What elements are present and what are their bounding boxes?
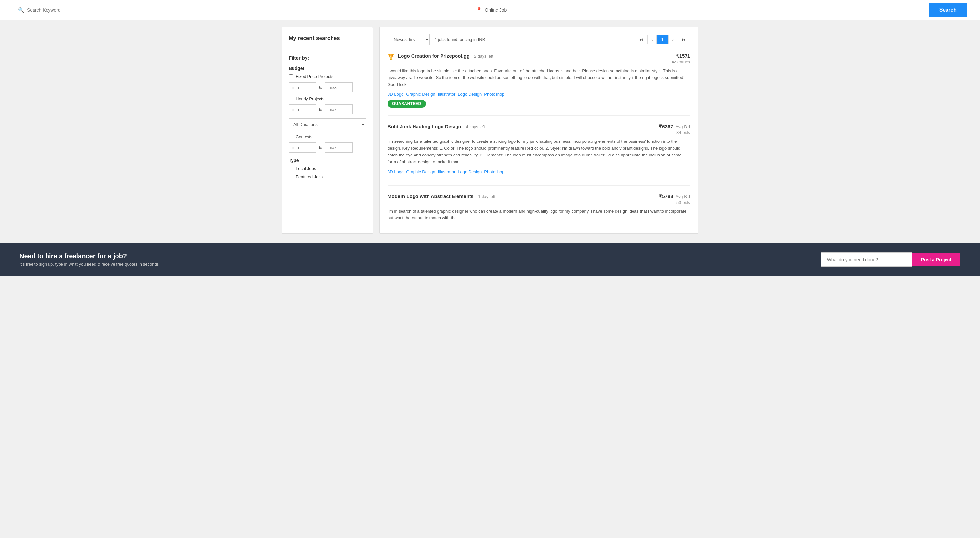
fixed-price-checkbox[interactable]	[289, 75, 293, 79]
pagination-first[interactable]: ⏮	[635, 35, 647, 44]
job-price-label: Avg Bid	[675, 124, 690, 129]
footer-banner: Need to hire a freelancer for a job? It'…	[0, 243, 980, 276]
job-title-area: Bold Junk Hauling Logo Design 4 days lef…	[388, 124, 644, 129]
job-tag[interactable]: Illustrator	[438, 170, 455, 175]
results-count: 4 jobs found, pricing in INR	[434, 37, 630, 42]
job-title-area: Logo Creation for Prizepool.gg 2 days le…	[398, 53, 644, 59]
featured-jobs-checkbox[interactable]	[289, 175, 293, 179]
hourly-range: to	[289, 105, 366, 114]
job-divider	[388, 116, 690, 116]
local-jobs-row: Local Jobs	[289, 166, 366, 171]
sort-bar: Newest first 4 jobs found, pricing in IN…	[388, 34, 690, 45]
fixed-price-max-input[interactable]	[325, 82, 353, 92]
job-bids: 42 entries	[644, 60, 690, 64]
search-location-container: 📍	[471, 3, 929, 17]
search-bar: 🔍 📍 Search	[0, 0, 980, 21]
main-container: My recent searches Filter by: Budget Fix…	[278, 27, 702, 233]
search-location-input[interactable]	[485, 8, 924, 13]
job-item: Bold Junk Hauling Logo Design 4 days lef…	[388, 122, 690, 179]
trophy-icon: 🏆	[388, 53, 395, 60]
job-title-area: Modern Logo with Abstract Elements 1 day…	[388, 194, 644, 199]
search-button[interactable]: Search	[929, 3, 967, 17]
search-keyword-container: 🔍	[13, 3, 471, 17]
contests-range: to	[289, 143, 366, 152]
footer-banner-text: Need to hire a freelancer for a job? It'…	[19, 252, 159, 267]
job-time: 1 day left	[478, 194, 495, 199]
fixed-price-min-input[interactable]	[289, 82, 316, 92]
pagination-prev[interactable]: ‹	[648, 35, 657, 44]
guaranteed-badge: GUARANTEED	[388, 100, 426, 108]
job-price: ₹1571	[676, 53, 690, 59]
job-bids: 84 bids	[644, 130, 690, 135]
job-price-area: ₹1571 42 entries	[644, 53, 690, 64]
pagination-current[interactable]: 1	[657, 35, 667, 44]
fixed-price-row: Fixed Price Projects	[289, 74, 366, 79]
budget-section-title: Budget	[289, 66, 366, 71]
sidebar-title: My recent searches	[289, 35, 366, 42]
sidebar: My recent searches Filter by: Budget Fix…	[282, 27, 373, 233]
job-title[interactable]: Logo Creation for Prizepool.gg	[398, 53, 469, 59]
job-tag[interactable]: 3D Logo	[388, 92, 404, 97]
content-area: Newest first 4 jobs found, pricing in IN…	[379, 27, 698, 233]
hourly-projects-checkbox[interactable]	[289, 97, 293, 101]
job-tag[interactable]: Logo Design	[458, 170, 482, 175]
job-tag[interactable]: Graphic Design	[406, 92, 435, 97]
pagination-last[interactable]: ⏭	[678, 35, 690, 44]
footer-banner-action: Post a Project	[821, 252, 961, 267]
job-item: 🏆 Logo Creation for Prizepool.gg 2 days …	[388, 52, 690, 109]
hourly-projects-label: Hourly Projects	[296, 96, 325, 101]
search-icon: 🔍	[18, 7, 24, 13]
filter-by-label: Filter by:	[289, 55, 366, 60]
contests-row: Contests	[289, 134, 366, 139]
job-tags: 3D Logo Graphic Design Illustrator Logo …	[388, 170, 690, 175]
job-tag[interactable]: Illustrator	[438, 92, 455, 97]
pagination-next[interactable]: ›	[668, 35, 678, 44]
location-icon: 📍	[476, 7, 482, 13]
fixed-price-label: Fixed Price Projects	[296, 74, 334, 79]
contests-label: Contests	[296, 134, 312, 139]
type-section-title: Type	[289, 158, 366, 163]
hourly-projects-row: Hourly Projects	[289, 96, 366, 101]
job-price-area: ₹5788 Avg Bid 53 bids	[644, 194, 690, 205]
job-description: I'm searching for a talented graphic des…	[388, 138, 690, 165]
job-tag[interactable]: Photoshop	[484, 170, 504, 175]
job-description: I would like this logo to be simple like…	[388, 68, 690, 88]
job-tag[interactable]: Logo Design	[458, 92, 482, 97]
contests-max-input[interactable]	[325, 143, 353, 152]
job-time: 2 days left	[474, 54, 493, 59]
job-price-area: ₹6367 Avg Bid 84 bids	[644, 124, 690, 135]
job-price: ₹6367	[659, 124, 673, 129]
local-jobs-label: Local Jobs	[296, 166, 316, 171]
job-header: Bold Junk Hauling Logo Design 4 days lef…	[388, 124, 690, 135]
local-jobs-checkbox[interactable]	[289, 167, 293, 171]
footer-subtext: It's free to sign up, type in what you n…	[19, 262, 159, 267]
sort-select[interactable]: Newest first	[388, 34, 430, 45]
job-header: 🏆 Logo Creation for Prizepool.gg 2 days …	[388, 53, 690, 64]
fixed-price-range: to	[289, 82, 366, 92]
pagination: ⏮ ‹ 1 › ⏭	[635, 35, 690, 44]
footer-project-input[interactable]	[821, 252, 912, 267]
footer-heading: Need to hire a freelancer for a job?	[19, 252, 159, 260]
search-keyword-input[interactable]	[27, 8, 466, 13]
job-title[interactable]: Bold Junk Hauling Logo Design	[388, 124, 461, 129]
contests-checkbox[interactable]	[289, 135, 293, 139]
post-project-button[interactable]: Post a Project	[912, 253, 961, 267]
job-time: 4 days left	[466, 124, 485, 129]
job-title[interactable]: Modern Logo with Abstract Elements	[388, 194, 473, 199]
hourly-max-input[interactable]	[325, 105, 353, 114]
contests-to-label: to	[319, 145, 323, 150]
contests-min-input[interactable]	[289, 143, 316, 152]
job-tag[interactable]: Photoshop	[484, 92, 504, 97]
job-price: ₹5788	[659, 194, 673, 199]
hourly-min-input[interactable]	[289, 105, 316, 114]
duration-select[interactable]: All Durations	[289, 118, 366, 130]
featured-jobs-row: Featured Jobs	[289, 175, 366, 179]
job-tag[interactable]: 3D Logo	[388, 170, 404, 175]
job-price-label: Avg Bid	[675, 194, 690, 199]
job-bids: 53 bids	[644, 200, 690, 205]
featured-jobs-label: Featured Jobs	[296, 175, 323, 179]
job-tag[interactable]: Graphic Design	[406, 170, 435, 175]
job-description: I'm in search of a talented graphic desi…	[388, 208, 690, 222]
job-tags: 3D Logo Graphic Design Illustrator Logo …	[388, 92, 690, 97]
fixed-price-to-label: to	[319, 85, 323, 90]
